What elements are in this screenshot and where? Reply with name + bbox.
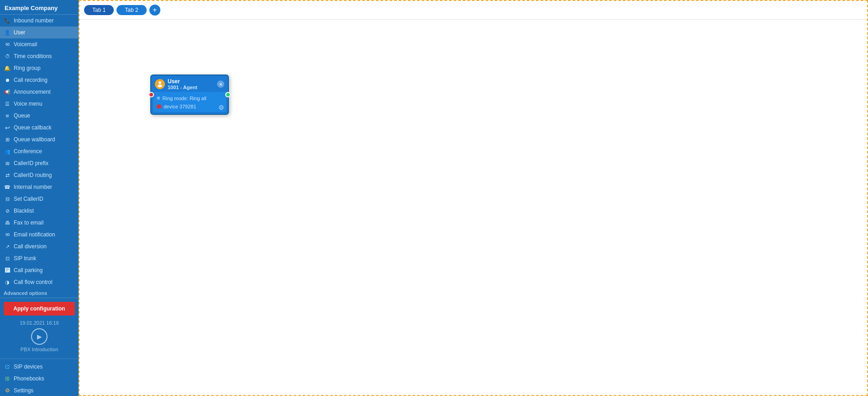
- sidebar-item-phonebooks[interactable]: ⊞ Phonebooks: [0, 373, 79, 385]
- sidebar-label-call-parking: Call parking: [14, 267, 42, 273]
- sidebar-label-queue-callback: Queue callback: [14, 124, 52, 131]
- voicemail-icon: [4, 41, 11, 48]
- sidebar-bottom: Apply configuration 19.01.2021 16:16 ▶ P…: [0, 298, 79, 396]
- timestamp: 19.01.2021 16:16: [0, 319, 79, 328]
- sidebar-label-call-diversion: Call diversion: [14, 243, 47, 250]
- sip-devices-icon: ⊡: [4, 363, 11, 370]
- sidebar-item-blacklist[interactable]: Blacklist: [0, 205, 79, 217]
- sidebar-item-voice-menu[interactable]: Voice menu: [0, 98, 79, 110]
- sidebar-label-email-notification: Email notification: [14, 231, 55, 238]
- sidebar-label-callerid-routing: CallerID routing: [14, 172, 52, 178]
- sidebar-label-sip-trunk: SIP trunk: [14, 255, 36, 262]
- sip-trunk-icon: [4, 255, 11, 262]
- settings-icon: ⚙: [4, 387, 11, 394]
- sidebar-label-announcement: Announcement: [14, 89, 51, 95]
- sidebar-item-settings[interactable]: ⚙ Settings: [0, 385, 79, 396]
- sidebar: Example Company Inbound number User Voic…: [0, 0, 79, 396]
- canvas-area[interactable]: User 1001 - Agent ✕ ≡ Ring mode: Ring al…: [79, 20, 867, 395]
- node-user-avatar: [155, 79, 165, 89]
- device-status-dot: [157, 104, 161, 109]
- sidebar-label-user: User: [14, 29, 25, 36]
- tab-2-button[interactable]: Tab 2: [116, 5, 146, 15]
- ring-icon: [4, 64, 11, 72]
- set-callerid-icon: [4, 195, 11, 203]
- sidebar-item-ring-group[interactable]: Ring group: [0, 62, 79, 74]
- node-title: User: [168, 78, 197, 85]
- sidebar-item-queue[interactable]: Queue: [0, 110, 79, 122]
- node-handle-right: [225, 92, 231, 97]
- email-icon: [4, 231, 11, 238]
- conference-icon: [4, 148, 11, 155]
- play-button[interactable]: ▶: [31, 328, 48, 345]
- apply-configuration-button[interactable]: Apply configuration: [4, 302, 75, 316]
- sidebar-label-time-conditions: Time conditions: [14, 53, 52, 59]
- sidebar-item-queue-callback[interactable]: Queue callback: [0, 122, 79, 134]
- sidebar-label-callerid-prefix: CallerID prefix: [14, 160, 48, 166]
- sidebar-item-queue-wallboard[interactable]: Queue wallboard: [0, 134, 79, 145]
- fax-icon: [4, 219, 11, 226]
- flow-icon: [4, 278, 11, 286]
- recording-icon: [4, 76, 11, 84]
- sidebar-item-call-parking[interactable]: Call parking: [0, 264, 79, 276]
- sidebar-item-conference[interactable]: Conference: [0, 145, 79, 157]
- sidebar-label-queue-wallboard: Queue wallboard: [14, 136, 55, 143]
- callerid-prefix-icon: [4, 160, 11, 167]
- sidebar-label-phonebooks: Phonebooks: [14, 375, 44, 382]
- user-node-card: User 1001 - Agent ✕ ≡ Ring mode: Ring al…: [150, 75, 229, 115]
- ring-mode-icon: ≡: [157, 95, 160, 102]
- sidebar-label-settings: Settings: [14, 387, 33, 394]
- parking-icon: [4, 267, 11, 274]
- phone-icon: [4, 17, 11, 24]
- sidebar-label-voice-menu: Voice menu: [14, 101, 42, 107]
- add-tab-button[interactable]: +: [149, 5, 160, 16]
- sidebar-item-call-diversion[interactable]: Call diversion: [0, 241, 79, 252]
- sidebar-item-fax-to-email[interactable]: Fax to email: [0, 217, 79, 229]
- advanced-options-label[interactable]: Advanced options: [0, 288, 79, 298]
- sidebar-item-announcement[interactable]: Announcement: [0, 86, 79, 98]
- sidebar-label-sip-devices: SIP devices: [14, 364, 42, 370]
- callerid-routing-icon: [4, 171, 11, 179]
- sidebar-item-sip-devices[interactable]: ⊡ SIP devices: [0, 361, 79, 373]
- wallboard-icon: [4, 136, 11, 143]
- sidebar-label-set-callerid: Set CallerID: [14, 196, 43, 202]
- sidebar-label-call-recording: Call recording: [14, 77, 48, 83]
- pbx-intro-label: PBX Introduction: [21, 347, 58, 352]
- sidebar-item-time-conditions[interactable]: Time conditions: [0, 50, 79, 62]
- sidebar-item-call-flow-control[interactable]: Call flow control: [0, 276, 79, 288]
- divert-icon: [4, 243, 11, 250]
- blacklist-icon: [4, 207, 11, 214]
- node-ring-mode: ≡ Ring mode: Ring all: [157, 95, 222, 102]
- sidebar-item-call-recording[interactable]: Call recording: [0, 74, 79, 86]
- sidebar-item-callerid-routing[interactable]: CallerID routing: [0, 169, 79, 181]
- tab-1-button[interactable]: Tab 1: [84, 5, 114, 15]
- sidebar-item-callerid-prefix[interactable]: CallerID prefix: [0, 157, 79, 169]
- internal-number-icon: [4, 183, 11, 191]
- node-device: device 379281: [157, 104, 222, 109]
- sidebar-item-inbound-number[interactable]: Inbound number: [0, 15, 79, 27]
- sidebar-item-sip-trunk[interactable]: SIP trunk: [0, 252, 79, 264]
- node-card-header: User 1001 - Agent ✕: [151, 75, 228, 92]
- node-close-button[interactable]: ✕: [217, 80, 224, 88]
- sidebar-item-email-notification[interactable]: Email notification: [0, 229, 79, 241]
- sidebar-label-call-flow-control: Call flow control: [14, 279, 53, 285]
- sidebar-label-blacklist: Blacklist: [14, 208, 34, 214]
- node-gear-button[interactable]: ⚙: [218, 104, 224, 111]
- sidebar-label-voicemail: Voicemail: [14, 41, 37, 48]
- menu-icon: [4, 100, 11, 107]
- node-ring-mode-label: Ring mode: Ring all: [163, 96, 206, 101]
- sidebar-item-user[interactable]: User: [0, 27, 79, 38]
- callback-icon: [4, 124, 11, 131]
- node-header-left: User 1001 - Agent: [155, 78, 197, 90]
- sidebar-label-conference: Conference: [14, 148, 42, 155]
- sidebar-label-fax-to-email: Fax to email: [14, 219, 43, 226]
- tab-bar: Tab 1 Tab 2 +: [79, 1, 867, 20]
- pbx-intro-container: ▶ PBX Introduction: [0, 328, 79, 357]
- sidebar-label-queue: Queue: [14, 112, 30, 119]
- sidebar-item-voicemail[interactable]: Voicemail: [0, 38, 79, 50]
- time-icon: [4, 53, 11, 60]
- sidebar-item-internal-number[interactable]: Internal number: [0, 181, 79, 193]
- node-subtitle: 1001 - Agent: [168, 85, 197, 90]
- divider: [0, 359, 79, 359]
- sidebar-item-set-callerid[interactable]: Set CallerID: [0, 193, 79, 205]
- company-name: Example Company: [0, 0, 79, 15]
